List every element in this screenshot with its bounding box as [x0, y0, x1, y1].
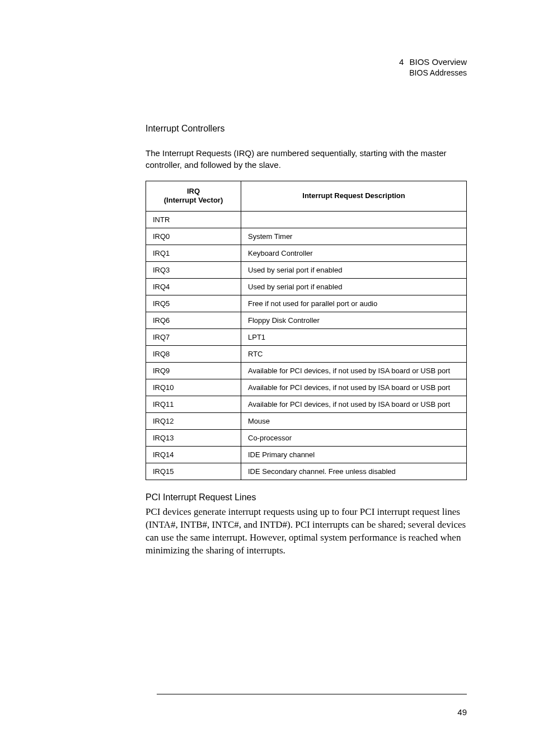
chapter-title: BIOS Overview: [409, 57, 467, 67]
table-row: IRQ5Free if not used for parallel port o…: [146, 295, 467, 312]
cell-irq: IRQ4: [146, 279, 241, 295]
footer-rule: [157, 694, 467, 694]
cell-irq: IRQ8: [146, 346, 241, 363]
cell-desc: Available for PCI devices, if not used b…: [241, 396, 467, 413]
cell-desc: [241, 212, 467, 228]
header-section: BIOS Addresses: [67, 68, 467, 79]
table-row: IRQ10Available for PCI devices, if not u…: [146, 379, 467, 396]
content: Interrupt Controllers The Interrupt Requ…: [67, 124, 467, 558]
table-header-desc: Interrupt Request Description: [241, 181, 467, 212]
intro-paragraph: The Interrupt Requests (IRQ) are numbere…: [146, 147, 467, 171]
page-number: 49: [457, 707, 467, 717]
cell-irq: IRQ12: [146, 413, 241, 430]
cell-irq: IRQ9: [146, 363, 241, 379]
cell-irq: IRQ5: [146, 295, 241, 312]
table-header-irq: IRQ (Interrupt Vector): [146, 181, 241, 212]
cell-desc: IDE Primary channel: [241, 447, 467, 463]
table-row: IRQ8RTC: [146, 346, 467, 363]
table-row: IRQ15IDE Secondary channel. Free unless …: [146, 463, 467, 480]
table-row: IRQ3Used by serial port if enabled: [146, 262, 467, 279]
cell-irq: IRQ13: [146, 430, 241, 447]
table-row: IRQ12Mouse: [146, 413, 467, 430]
table-row: IRQ1Keyboard Controller: [146, 245, 467, 262]
chapter-line: 4 BIOS Overview: [67, 56, 467, 68]
table-row: IRQ11Available for PCI devices, if not u…: [146, 396, 467, 413]
table-row: IRQ0System Timer: [146, 228, 467, 245]
table-header-irq-line1: IRQ: [187, 187, 200, 195]
cell-desc: LPT1: [241, 329, 467, 346]
cell-desc: System Timer: [241, 228, 467, 245]
table-row: IRQ4Used by serial port if enabled: [146, 279, 467, 295]
pci-paragraph: PCI devices generate interrupt requests …: [146, 506, 467, 557]
cell-irq: IRQ0: [146, 228, 241, 245]
table-row: IRQ9Available for PCI devices, if not us…: [146, 363, 467, 379]
cell-desc: Available for PCI devices, if not used b…: [241, 363, 467, 379]
irq-table: IRQ (Interrupt Vector) Interrupt Request…: [146, 181, 467, 481]
cell-irq: INTR: [146, 212, 241, 228]
page: 4 BIOS Overview BIOS Addresses Interrupt…: [0, 0, 534, 756]
page-header: 4 BIOS Overview BIOS Addresses: [67, 56, 467, 79]
cell-irq: IRQ1: [146, 245, 241, 262]
table-header-irq-line2: (Interrupt Vector): [164, 196, 223, 204]
cell-desc: RTC: [241, 346, 467, 363]
cell-irq: IRQ3: [146, 262, 241, 279]
cell-irq: IRQ10: [146, 379, 241, 396]
heading-interrupt-controllers: Interrupt Controllers: [146, 124, 467, 134]
table-row: INTR: [146, 212, 467, 228]
cell-desc: Used by serial port if enabled: [241, 262, 467, 279]
table-row: IRQ14IDE Primary channel: [146, 447, 467, 463]
table-header-row: IRQ (Interrupt Vector) Interrupt Request…: [146, 181, 467, 212]
cell-irq: IRQ7: [146, 329, 241, 346]
table-row: IRQ6Floppy Disk Controller: [146, 312, 467, 329]
table-row: IRQ7LPT1: [146, 329, 467, 346]
cell-irq: IRQ6: [146, 312, 241, 329]
cell-irq: IRQ15: [146, 463, 241, 480]
cell-desc: Used by serial port if enabled: [241, 279, 467, 295]
cell-desc: Free if not used for parallel port or au…: [241, 295, 467, 312]
cell-desc: Co-processor: [241, 430, 467, 447]
cell-desc: Available for PCI devices, if not used b…: [241, 379, 467, 396]
heading-pci-irq-lines: PCI Interrupt Request Lines: [146, 492, 467, 503]
cell-desc: Floppy Disk Controller: [241, 312, 467, 329]
cell-desc: Mouse: [241, 413, 467, 430]
cell-irq: IRQ11: [146, 396, 241, 413]
cell-irq: IRQ14: [146, 447, 241, 463]
chapter-number: 4: [399, 57, 404, 67]
cell-desc: Keyboard Controller: [241, 245, 467, 262]
cell-desc: IDE Secondary channel. Free unless disab…: [241, 463, 467, 480]
table-row: IRQ13Co-processor: [146, 430, 467, 447]
